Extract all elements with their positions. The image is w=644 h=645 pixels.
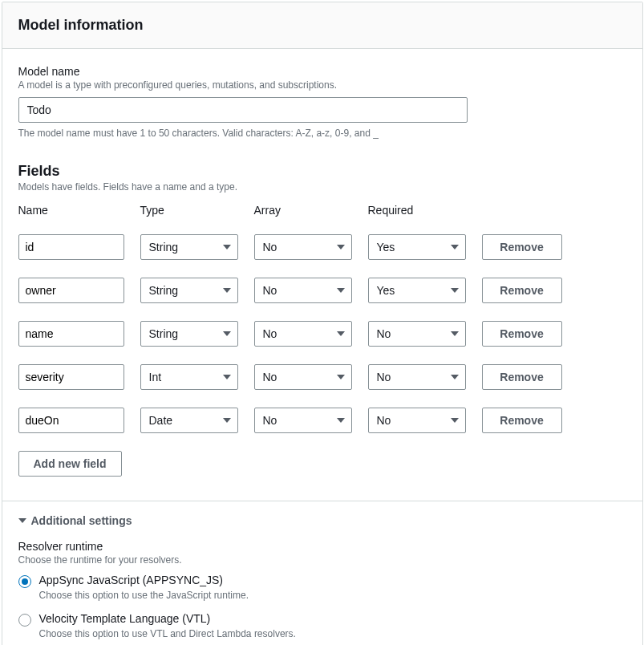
fields-grid: Name Type Array Required String No Yes — [18, 204, 626, 433]
select-value: String — [149, 241, 179, 254]
col-header-spacer — [482, 204, 562, 217]
chevron-down-icon — [223, 288, 231, 293]
additional-settings-title: Additional settings — [31, 514, 132, 527]
field-name-input[interactable] — [18, 234, 124, 260]
select-value: No — [263, 284, 277, 297]
chevron-down-icon — [337, 418, 345, 423]
field-array-select[interactable]: No — [254, 278, 352, 303]
model-information-panel: Model information Model name A model is … — [2, 2, 643, 645]
radio-icon — [18, 614, 31, 627]
chevron-down-icon — [451, 288, 459, 293]
remove-field-button[interactable]: Remove — [482, 364, 562, 390]
chevron-down-icon — [337, 375, 345, 379]
resolver-runtime-label: Resolver runtime — [18, 540, 626, 553]
add-field-row: Add new field — [18, 451, 626, 477]
panel-header: Model information — [2, 2, 642, 49]
chevron-down-icon — [18, 518, 26, 523]
remove-field-button[interactable]: Remove — [482, 408, 562, 433]
additional-settings-expander[interactable]: Additional settings — [18, 514, 626, 527]
chevron-down-icon — [451, 418, 459, 423]
field-type-select[interactable]: String — [140, 321, 238, 347]
radio-description: Choose this option to use VTL and Direct… — [39, 628, 296, 639]
chevron-down-icon — [337, 288, 345, 293]
radio-label: Velocity Template Language (VTL) — [39, 612, 296, 625]
model-name-label: Model name — [18, 65, 626, 78]
select-value: No — [377, 371, 391, 383]
field-type-select[interactable]: Date — [140, 408, 238, 433]
chevron-down-icon — [223, 331, 231, 336]
select-value: Yes — [377, 284, 395, 297]
add-field-button[interactable]: Add new field — [18, 451, 122, 477]
col-header-required: Required — [368, 204, 466, 217]
section-divider — [2, 501, 642, 501]
select-value: No — [263, 371, 277, 383]
field-name-input[interactable] — [18, 321, 124, 347]
select-value: String — [149, 284, 179, 297]
select-value: No — [263, 327, 277, 340]
model-name-description: A model is a type with preconfigured que… — [18, 79, 626, 91]
field-array-select[interactable]: No — [254, 234, 352, 260]
remove-field-button[interactable]: Remove — [482, 321, 562, 347]
additional-settings-section: Additional settings Resolver runtime Cho… — [18, 514, 626, 639]
select-value: No — [377, 327, 391, 340]
col-header-array: Array — [254, 204, 352, 217]
fields-description: Models have fields. Fields have a name a… — [18, 181, 626, 193]
chevron-down-icon — [337, 331, 345, 336]
select-value: No — [263, 414, 277, 427]
panel-title: Model information — [18, 17, 626, 34]
chevron-down-icon — [451, 331, 459, 336]
select-value: String — [149, 327, 179, 340]
field-name-input[interactable] — [18, 364, 124, 390]
chevron-down-icon — [451, 245, 459, 249]
remove-field-button[interactable]: Remove — [482, 278, 562, 303]
fields-title: Fields — [18, 163, 626, 180]
fields-section: Fields Models have fields. Fields have a… — [18, 163, 626, 477]
field-type-select[interactable]: Int — [140, 364, 238, 390]
radio-label: AppSync JavaScript (APPSYNC_JS) — [39, 574, 249, 586]
remove-field-button[interactable]: Remove — [482, 234, 562, 260]
select-value: No — [377, 414, 391, 427]
select-value: Int — [149, 371, 162, 383]
field-required-select[interactable]: No — [368, 408, 466, 433]
field-name-input[interactable] — [18, 408, 124, 433]
select-value: No — [263, 241, 277, 254]
chevron-down-icon — [451, 375, 459, 379]
chevron-down-icon — [223, 418, 231, 423]
field-array-select[interactable]: No — [254, 408, 352, 433]
model-name-input[interactable] — [18, 97, 468, 123]
select-value: Date — [149, 414, 173, 427]
resolver-option-vtl[interactable]: Velocity Template Language (VTL) Choose … — [18, 612, 626, 639]
field-name-input[interactable] — [18, 278, 124, 303]
radio-description: Choose this option to use the JavaScript… — [39, 590, 249, 601]
model-name-section: Model name A model is a type with precon… — [18, 65, 626, 139]
model-name-constraint: The model name must have 1 to 50 charact… — [18, 128, 626, 139]
field-required-select[interactable]: Yes — [368, 234, 466, 260]
select-value: Yes — [377, 241, 395, 254]
col-header-name: Name — [18, 204, 124, 217]
field-type-select[interactable]: String — [140, 278, 238, 303]
field-required-select[interactable]: No — [368, 364, 466, 390]
chevron-down-icon — [223, 375, 231, 379]
chevron-down-icon — [337, 245, 345, 249]
field-array-select[interactable]: No — [254, 364, 352, 390]
field-array-select[interactable]: No — [254, 321, 352, 347]
resolver-runtime-description: Choose the runtime for your resolvers. — [18, 554, 626, 566]
chevron-down-icon — [223, 245, 231, 249]
col-header-type: Type — [140, 204, 238, 217]
resolver-runtime-group: Resolver runtime Choose the runtime for … — [18, 540, 626, 639]
radio-icon — [18, 575, 31, 588]
field-required-select[interactable]: Yes — [368, 278, 466, 303]
field-type-select[interactable]: String — [140, 234, 238, 260]
panel-body: Model name A model is a type with precon… — [2, 49, 642, 645]
resolver-option-appsync-js[interactable]: AppSync JavaScript (APPSYNC_JS) Choose t… — [18, 574, 626, 601]
field-required-select[interactable]: No — [368, 321, 466, 347]
